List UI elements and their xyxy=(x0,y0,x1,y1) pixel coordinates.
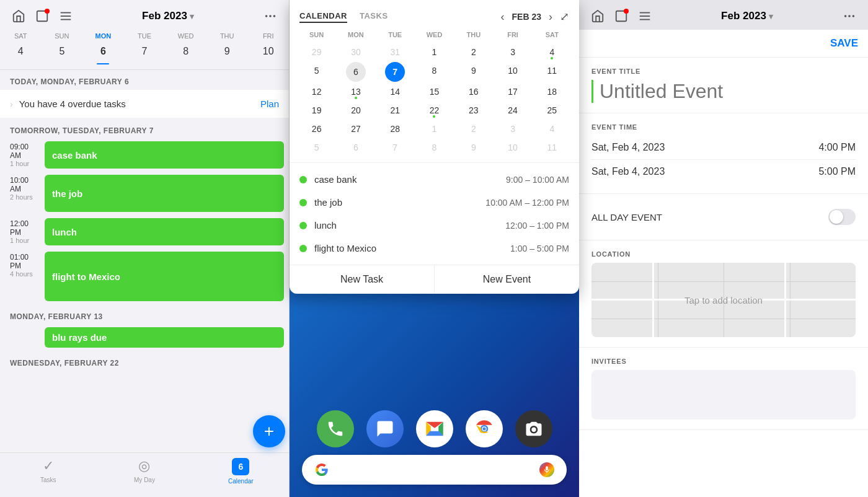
cal-cell-4[interactable]: 4 xyxy=(533,43,572,61)
list-item-case-bank[interactable]: case bank 9:00 – 10:00 AM xyxy=(290,168,579,191)
cal-cell[interactable]: 11 xyxy=(533,139,572,156)
cal-cell[interactable]: 18 xyxy=(533,83,572,100)
cal-cell[interactable]: 7 xyxy=(376,139,415,156)
tab-calendar-label: Calendar xyxy=(228,478,254,485)
cal-cell-7-today[interactable]: 7 xyxy=(385,62,405,82)
cal-cell[interactable]: 9 xyxy=(454,62,493,82)
cal-cell[interactable]: 17 xyxy=(493,83,532,100)
right-compose-icon[interactable] xyxy=(613,7,630,25)
invitees-area[interactable] xyxy=(591,370,856,420)
event-block-case-bank[interactable]: case bank xyxy=(45,141,284,169)
phone-icon[interactable] xyxy=(317,410,354,447)
header-title[interactable]: Feb 2023 ▾ xyxy=(142,10,194,22)
week-day-wed[interactable]: WED 8 xyxy=(165,32,206,64)
week-day-thu[interactable]: THU 9 xyxy=(206,32,248,64)
event-block-lunch[interactable]: lunch xyxy=(45,218,284,245)
cal-cell[interactable]: 21 xyxy=(376,102,415,119)
cal-cell[interactable]: 24 xyxy=(493,102,532,119)
list-item-lunch[interactable]: lunch 12:00 – 1:00 PM xyxy=(290,214,579,237)
chrome-icon[interactable] xyxy=(466,410,503,447)
location-map[interactable]: Tap to add location xyxy=(591,263,856,337)
start-time-row[interactable]: Sat, Feb 4, 2023 4:00 PM xyxy=(591,136,856,159)
cal-cell[interactable]: 27 xyxy=(336,120,375,138)
cal-cell[interactable]: 16 xyxy=(454,83,493,100)
week-day-mon[interactable]: MON 6 xyxy=(82,32,124,64)
cal-cell[interactable]: 31 xyxy=(376,43,415,61)
right-home-icon[interactable] xyxy=(589,7,606,25)
week-day-fri[interactable]: FRI 10 xyxy=(247,32,289,64)
cal-cell[interactable]: 20 xyxy=(336,102,375,119)
cal-cell[interactable]: 1 xyxy=(415,120,454,138)
save-button[interactable]: SAVE xyxy=(830,37,858,50)
cal-cell[interactable]: 14 xyxy=(376,83,415,100)
cal-cell[interactable]: 12 xyxy=(297,83,336,100)
week-day-sun[interactable]: SUN 5 xyxy=(42,32,83,64)
gmail-icon[interactable] xyxy=(416,410,453,447)
right-menu-icon[interactable] xyxy=(636,7,653,25)
cal-cell[interactable]: 26 xyxy=(297,120,336,138)
top-bar: Feb 2023 ▾ xyxy=(0,0,289,30)
cal-cell[interactable]: 2 xyxy=(454,120,493,138)
event-block-flight[interactable]: flight to Mexico xyxy=(45,252,284,301)
cal-cell[interactable]: 11 xyxy=(533,62,572,82)
prev-month-button[interactable]: ‹ xyxy=(501,11,505,24)
add-button[interactable]: + xyxy=(253,415,285,447)
cal-cell[interactable]: 5 xyxy=(297,62,336,82)
week-day-tue[interactable]: TUE 7 xyxy=(124,32,166,64)
cal-cell[interactable]: 30 xyxy=(336,43,375,61)
cal-cell[interactable]: 8 xyxy=(415,139,454,156)
cal-cell[interactable]: 4 xyxy=(533,120,572,138)
google-mic-icon[interactable] xyxy=(539,462,554,477)
cal-cell[interactable]: 10 xyxy=(493,62,532,82)
event-title-input[interactable] xyxy=(591,80,856,103)
new-event-button[interactable]: New Event xyxy=(435,265,579,294)
cal-cell[interactable]: 19 xyxy=(297,102,336,119)
home-icon[interactable] xyxy=(10,7,27,25)
cal-cell[interactable]: 5 xyxy=(297,139,336,156)
messages-icon[interactable] xyxy=(366,410,404,447)
event-block-the-job[interactable]: the job xyxy=(45,175,284,212)
cal-cell[interactable]: 25 xyxy=(533,102,572,119)
plan-button[interactable]: Plan xyxy=(260,99,279,109)
cal-cell[interactable]: 9 xyxy=(454,139,493,156)
search-bar[interactable] xyxy=(302,455,567,485)
next-month-button[interactable]: › xyxy=(549,11,552,24)
compose-icon[interactable] xyxy=(33,7,51,25)
list-item-flight[interactable]: flight to Mexico 1:00 – 5:00 PM xyxy=(290,237,579,260)
cal-cell[interactable]: 1 xyxy=(415,43,454,61)
cal-cell[interactable]: 29 xyxy=(297,43,336,61)
cal-cell[interactable]: 6 xyxy=(336,139,375,156)
menu-icon[interactable] xyxy=(57,7,74,25)
expand-icon[interactable]: ⤢ xyxy=(560,10,569,24)
camera-icon[interactable] xyxy=(515,410,552,447)
right-more-icon[interactable] xyxy=(841,7,858,25)
cal-cell[interactable]: 3 xyxy=(493,43,532,61)
cal-cell[interactable]: 15 xyxy=(415,83,454,100)
cal-cell-22[interactable]: 22 xyxy=(415,102,454,119)
cal-cell[interactable]: 10 xyxy=(493,139,532,156)
cal-cell-6[interactable]: 6 xyxy=(346,62,366,82)
tab-tasks[interactable]: ✓ Tasks xyxy=(0,458,96,485)
new-task-button[interactable]: New Task xyxy=(290,265,435,294)
overdue-row[interactable]: › You have 4 overdue tasks Plan xyxy=(0,90,289,118)
event-block-blu-rays[interactable]: blu rays due xyxy=(45,327,284,348)
cal-cell[interactable]: 28 xyxy=(376,120,415,138)
tab-myday-label: My Day xyxy=(134,477,155,483)
tab-myday[interactable]: ◎ My Day xyxy=(96,458,192,485)
calendar-tab[interactable]: CALENDAR xyxy=(299,11,347,23)
event-row-flight: 01:00 PM 4 hours flight to Mexico xyxy=(0,249,289,304)
cal-cell[interactable]: 3 xyxy=(493,120,532,138)
list-item-the-job[interactable]: the job 10:00 AM – 12:00 PM xyxy=(290,191,579,214)
week-strip: SAT 4 SUN 5 MON 6 TUE 7 WED 8 THU 9 FRI … xyxy=(0,30,289,70)
tab-calendar[interactable]: 6 Calendar xyxy=(193,458,289,485)
cal-cell[interactable]: 8 xyxy=(415,62,454,82)
week-day-sat[interactable]: SAT 4 xyxy=(0,32,42,64)
cal-cell[interactable]: 23 xyxy=(454,102,493,119)
more-icon[interactable] xyxy=(262,7,279,25)
all-day-toggle[interactable] xyxy=(828,209,856,225)
cal-header: CALENDAR TASKS ‹ FEB 23 › ⤢ xyxy=(290,0,579,29)
end-time-row[interactable]: Sat, Feb 4, 2023 5:00 PM xyxy=(591,160,856,183)
cal-cell[interactable]: 2 xyxy=(454,43,493,61)
cal-cell-13[interactable]: 13 xyxy=(336,83,375,100)
tasks-tab[interactable]: TASKS xyxy=(360,11,388,23)
